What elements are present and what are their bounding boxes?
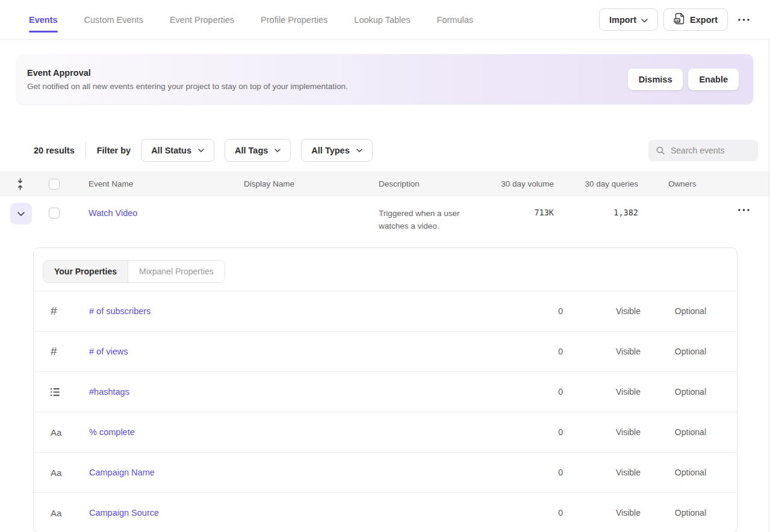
column-header-display-name[interactable]: Display Name [244, 179, 379, 188]
banner-actions: Dismiss Enable [628, 69, 739, 90]
event-name-link[interactable]: Watch Video [88, 196, 244, 218]
tab-mixpanel-properties[interactable]: Mixpanel Properties [128, 261, 225, 282]
property-row: Aa Campaign Name 0 Visible Optional [34, 453, 737, 493]
tab-your-properties[interactable]: Your Properties [43, 261, 128, 282]
banner-title: Event Approval [27, 68, 348, 78]
export-button-label: Export [690, 15, 718, 25]
properties-panel-header: Your Properties Mixpanel Properties [34, 248, 737, 291]
property-count: 0 [497, 427, 563, 437]
results-count: 20 results [34, 146, 75, 155]
collapse-all-button[interactable] [0, 178, 40, 190]
types-filter-dropdown[interactable]: All Types [301, 139, 372, 162]
filter-by-label: Filter by [97, 146, 131, 155]
row-checkbox[interactable] [49, 208, 60, 218]
properties-tabs: Your Properties Mixpanel Properties [43, 260, 225, 283]
event-description: Triggered when a user watches a video. [379, 196, 484, 232]
event-volume: 713K [488, 196, 554, 217]
table-row: Watch Video Triggered when a user watche… [0, 196, 770, 247]
ellipsis-icon [738, 209, 750, 211]
property-visibility: Visible [563, 347, 641, 356]
property-row: #hashtags 0 Visible Optional [34, 372, 737, 412]
chevron-down-icon [17, 212, 25, 216]
property-visibility: Visible [563, 468, 641, 477]
property-count: 0 [497, 387, 563, 397]
chevron-down-icon [198, 149, 204, 152]
tab-events[interactable]: Events [29, 0, 58, 39]
property-name-link[interactable]: Campaign Source [89, 508, 497, 518]
tab-custom-events[interactable]: Custom Events [84, 0, 143, 39]
property-visibility: Visible [563, 508, 641, 518]
types-filter-value: All Types [311, 146, 349, 155]
property-count: 0 [497, 508, 563, 518]
banner-description: Get notified on all new events entering … [27, 82, 348, 91]
top-nav: Events Custom Events Event Properties Pr… [0, 0, 770, 40]
property-row: # # of views 0 Visible Optional [34, 332, 737, 372]
row-expander-button[interactable] [10, 203, 32, 224]
property-name-link[interactable]: Campaign Name [89, 468, 497, 477]
column-header-volume[interactable]: 30 day volume [488, 179, 554, 188]
tags-filter-value: All Tags [235, 146, 268, 155]
banner-text: Event Approval Get notified on all new e… [27, 68, 348, 91]
tab-lookup-tables[interactable]: Lookup Tables [354, 0, 410, 39]
column-header-queries[interactable]: 30 day queries [554, 179, 638, 188]
property-count: 0 [497, 306, 563, 316]
tab-formulas[interactable]: Formulas [437, 0, 473, 39]
status-filter-value: All Status [151, 146, 191, 155]
filter-toolbar: 20 results Filter by All Status All Tags… [0, 139, 770, 162]
tab-profile-properties[interactable]: Profile Properties [261, 0, 328, 39]
property-count: 0 [497, 347, 563, 356]
property-visibility: Visible [563, 306, 641, 316]
search-input[interactable] [671, 146, 751, 155]
export-button[interactable]: csv Export [663, 8, 728, 31]
import-button-label: Import [609, 15, 636, 25]
column-header-description[interactable]: Description [379, 179, 488, 188]
column-header-event-name[interactable]: Event Name [88, 179, 244, 188]
text-type-icon: Aa [34, 468, 89, 478]
event-properties-panel: Your Properties Mixpanel Properties # # … [33, 247, 737, 532]
number-type-icon: # [34, 345, 89, 358]
event-queries: 1,382 [554, 196, 638, 217]
row-overflow-menu-button[interactable] [733, 205, 754, 215]
tab-event-properties[interactable]: Event Properties [170, 0, 234, 39]
property-row: Aa % complete 0 Visible Optional [34, 412, 737, 453]
chevron-down-icon [275, 149, 281, 152]
scrollbar-track[interactable] [769, 40, 769, 532]
tags-filter-dropdown[interactable]: All Tags [225, 139, 291, 162]
property-requirement: Optional [641, 427, 706, 437]
text-type-icon: Aa [34, 508, 89, 518]
property-name-link[interactable]: % complete [89, 427, 497, 437]
collapse-vertical-icon [16, 178, 24, 190]
table-header: Event Name Display Name Description 30 d… [0, 172, 770, 196]
property-count: 0 [497, 468, 563, 477]
import-button[interactable]: Import [599, 8, 658, 31]
ellipsis-icon [738, 19, 750, 21]
svg-text:csv: csv [675, 19, 680, 22]
property-row: # # of subscribers 0 Visible Optional [34, 291, 737, 332]
search-box [648, 140, 758, 161]
nav-tabs: Events Custom Events Event Properties Pr… [29, 0, 473, 39]
property-requirement: Optional [641, 508, 706, 518]
select-all-checkbox[interactable] [49, 179, 60, 190]
column-header-owners[interactable]: Owners [638, 179, 716, 188]
property-visibility: Visible [563, 427, 641, 437]
list-type-icon [34, 388, 89, 396]
property-row: Aa Campaign Source 0 Visible Optional [34, 493, 737, 532]
dismiss-button[interactable]: Dismiss [628, 69, 683, 90]
toolbar-divider [85, 143, 86, 158]
status-filter-dropdown[interactable]: All Status [141, 139, 214, 162]
property-requirement: Optional [641, 387, 706, 397]
property-name-link[interactable]: # of views [89, 347, 497, 356]
property-name-link[interactable]: # of subscribers [89, 306, 497, 316]
number-type-icon: # [34, 305, 89, 318]
text-type-icon: Aa [34, 427, 89, 438]
property-name-link[interactable]: #hashtags [89, 387, 497, 397]
property-requirement: Optional [641, 306, 706, 316]
csv-file-icon: csv [674, 13, 685, 26]
property-visibility: Visible [563, 387, 641, 397]
property-requirement: Optional [641, 347, 706, 356]
search-icon [656, 146, 665, 155]
nav-overflow-menu-button[interactable] [733, 15, 754, 25]
chevron-down-icon [356, 149, 362, 152]
lexicon-events-page: Events Custom Events Event Properties Pr… [0, 0, 770, 532]
enable-button[interactable]: Enable [688, 69, 739, 90]
